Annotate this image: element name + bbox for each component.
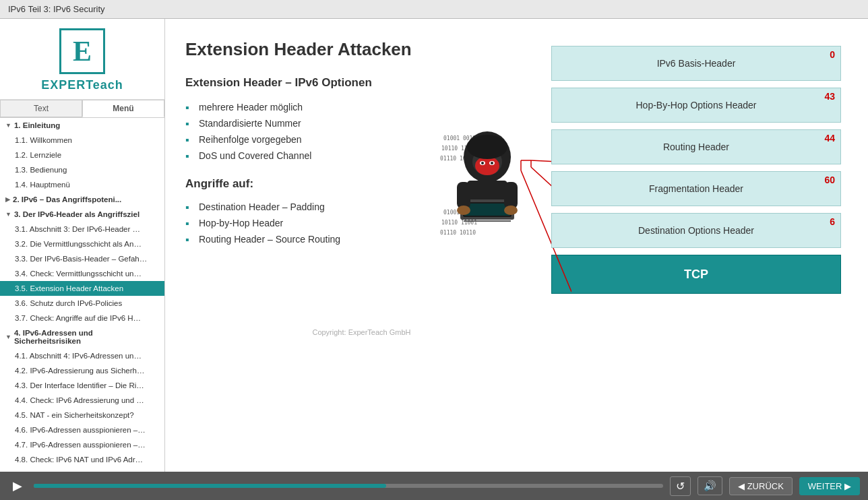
svg-rect-17: [464, 204, 510, 216]
logo-name: EXPERTeach: [41, 78, 123, 92]
logo-prefix: EXPER: [41, 78, 86, 92]
section1-title: Extension Header – IPv6 Optionen: [185, 76, 538, 90]
tcp-label: TCP: [684, 268, 708, 282]
svg-rect-19: [457, 182, 470, 209]
sidebar-item-s1.3[interactable]: 1.3. Bedienung: [0, 162, 164, 177]
triangle-s1: ▼: [5, 122, 11, 129]
header-label-3: Fragmentation Header: [649, 183, 743, 194]
svg-point-11: [481, 162, 484, 164]
sidebar: E EXPERTeach Text Menü ▼ 1. Einleitung 1…: [0, 19, 165, 472]
svg-point-22: [504, 206, 518, 215]
sidebar-item-s4.4[interactable]: 4.4. Check: IPv6 Adressierung und …: [0, 393, 164, 408]
sidebar-item-s3.2[interactable]: 3.2. Die Vermittlungsschicht als An…: [0, 237, 164, 251]
svg-point-21: [457, 206, 470, 215]
triangle-s2: ▶: [5, 196, 10, 203]
play-button[interactable]: ▶: [8, 476, 27, 495]
header-routing: 44 Routing Header: [551, 129, 841, 164]
sidebar-item-s1[interactable]: ▼ 1. Einleitung: [0, 118, 164, 133]
progress-fill: [34, 484, 386, 488]
header-number-43: 43: [824, 91, 835, 102]
bullet1-1: mehrere Header möglich: [185, 99, 538, 115]
top-bar: IPv6 Teil 3: IPv6 Security: [0, 0, 868, 19]
sidebar-item-s1.1[interactable]: 1.1. Willkommen: [0, 133, 164, 148]
header-destination: 6 Destination Options Header: [551, 213, 841, 248]
bottom-bar: ▶ ↺ 🔊 ◀ ZURÜCK WEITER ▶: [0, 472, 868, 500]
triangle-s3: ▼: [5, 211, 11, 218]
sidebar-logo-area: E EXPERTeach: [0, 19, 164, 100]
logo-suffix: Teach: [86, 78, 123, 92]
left-content: Extension Header Attacken Extension Head…: [185, 39, 538, 458]
sidebar-item-s4[interactable]: ▼ 4. IPv6-Adressen und Sicherheitsrisike…: [0, 325, 164, 348]
logo-box: E: [59, 28, 105, 74]
sidebar-item-s1.2[interactable]: 1.2. Lernziele: [0, 148, 164, 162]
header-label-2: Routing Header: [663, 142, 729, 152]
tab-text[interactable]: Text: [0, 100, 82, 117]
sidebar-item-s2[interactable]: ▶ 2. IPv6 – Das Angriffspoteni...: [0, 192, 164, 207]
sidebar-item-s4.2[interactable]: 4.2. IPv6-Adressierung aus Sicherh…: [0, 363, 164, 378]
sidebar-item-s4.5[interactable]: 4.5. NAT - ein Sicherheitskonzept?: [0, 408, 164, 423]
header-label-4: Destination Options Header: [638, 225, 754, 236]
sidebar-item-s3.5[interactable]: 3.5. Extension Header Attacken: [0, 281, 164, 296]
sidebar-item-s3[interactable]: ▼ 3. Der IPv6-Header als Angriffsziel: [0, 207, 164, 222]
sidebar-item-s4.3[interactable]: 4.3. Der Interface Identifier – Die Ri…: [0, 378, 164, 393]
sidebar-item-s1.4[interactable]: 1.4. Hauptmenü: [0, 177, 164, 192]
page-title: Extension Header Attacken: [185, 39, 538, 60]
next-button[interactable]: WEITER ▶: [799, 477, 860, 495]
content-area: Extension Header Attacken Extension Head…: [165, 19, 868, 472]
svg-text:01110 10110: 01110 10110: [440, 230, 476, 235]
replay-button[interactable]: ↺: [670, 476, 691, 496]
header-number-0: 0: [830, 49, 835, 60]
triangle-s4: ▼: [5, 334, 11, 340]
header-label-0: IPv6 Basis-Header: [657, 58, 736, 69]
sidebar-item-s3.7[interactable]: 3.7. Check: Angriffe auf die IPv6 H…: [0, 311, 164, 325]
svg-point-8: [475, 156, 499, 175]
volume-button[interactable]: 🔊: [698, 476, 722, 495]
progress-bar[interactable]: [34, 484, 663, 488]
sidebar-item-s3.4[interactable]: 3.4. Check: Vermittlungsschicht un…: [0, 266, 164, 281]
logo-letter: E: [73, 35, 92, 67]
back-button[interactable]: ◀ ZURÜCK: [729, 477, 793, 495]
header-number-44: 44: [824, 133, 835, 144]
svg-point-13: [467, 135, 507, 159]
header-number-6: 6: [830, 216, 835, 227]
sidebar-item-s3.1[interactable]: 3.1. Abschnitt 3: Der IPv6-Header …: [0, 222, 164, 237]
sidebar-item-s4.1[interactable]: 4.1. Abschnitt 4: IPv6-Adressen un…: [0, 348, 164, 363]
tab-menu[interactable]: Menü: [82, 100, 164, 117]
svg-point-12: [491, 162, 493, 164]
header-label-1: Hop-By-Hop Options Header: [636, 100, 757, 111]
sidebar-item-s4.8[interactable]: 4.8. Check: IPv6 NAT und IPv6 Adr…: [0, 452, 164, 467]
header-tcp: TCP: [551, 255, 841, 294]
header-fragmentation: 60 Fragmentation Header: [551, 171, 841, 206]
right-diagram-container: 01001 00101 10110 11001 01110 10110 0100…: [551, 39, 841, 458]
copyright: Copyright: ExperTeach GmbH: [185, 328, 538, 336]
svg-rect-20: [504, 182, 518, 209]
sidebar-item-s5[interactable]: ▼ 5. Sicherheitsaspekte bei der Migratio…: [0, 467, 164, 472]
sidebar-item-s3.6[interactable]: 3.6. Schutz durch IPv6-Policies: [0, 296, 164, 311]
header-number-60: 60: [824, 175, 835, 185]
sidebar-item-s3.3[interactable]: 3.3. Der IPv6-Basis-Header – Gefah…: [0, 251, 164, 266]
sidebar-item-s4.6[interactable]: 4.6. IPv6-Adressen ausspionieren –…: [0, 423, 164, 437]
hacker-figure: 01001 00101 10110 11001 01110 10110 0100…: [437, 127, 538, 237]
sidebar-nav: ▼ 1. Einleitung 1.1. Willkommen 1.2. Ler…: [0, 118, 164, 472]
header-ipv6-basis: 0 IPv6 Basis-Header: [551, 46, 841, 81]
sidebar-item-s4.7[interactable]: 4.7. IPv6-Adressen ausspionieren –…: [0, 437, 164, 452]
window-title: IPv6 Teil 3: IPv6 Security: [8, 4, 105, 14]
header-hop-by-hop: 43 Hop-By-Hop Options Header: [551, 88, 841, 123]
